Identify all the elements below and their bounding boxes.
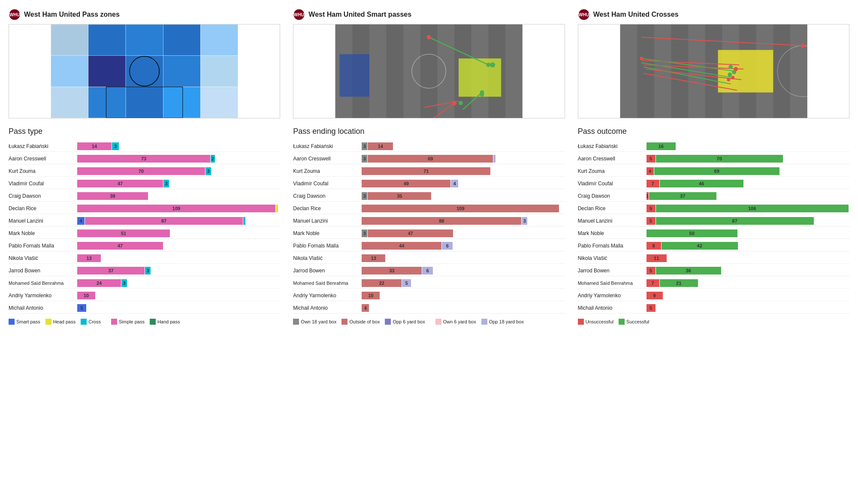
table-row: Mark Noble 50 (578, 228, 849, 239)
legend-item-outside: Outside of box (341, 319, 380, 325)
player-name: Jarrod Bowen (9, 268, 77, 274)
legend-item-own18: Own 18 yard box (293, 319, 336, 325)
table-row: Andriy Yarmolenko 10 (293, 290, 565, 301)
table-row: Łukasz Fabiański 14 3 (9, 141, 280, 152)
svg-point-68 (727, 78, 730, 81)
opp6-legend-label: Opp 6 yard box (393, 319, 425, 324)
table-row: Declan Rice 5 106 (578, 203, 849, 214)
table-row: Manuel Lanzini 4 87 (9, 216, 280, 226)
hand-pass-legend-label: Hand pass (157, 319, 180, 324)
bar-container: 5 (77, 304, 280, 312)
opp18-bar: 4 (451, 180, 458, 187)
player-name: Aaron Cresswell (293, 156, 362, 162)
cross-bar (243, 217, 245, 225)
own18-bar: 3 (362, 155, 367, 163)
svg-rect-5 (126, 24, 163, 55)
unsuccessful-bar: 5 (647, 155, 656, 163)
bar-container: 49 4 (362, 180, 565, 187)
svg-rect-13 (51, 87, 88, 118)
svg-text:WHU: WHU (579, 12, 589, 17)
own18-bar: 3 (362, 142, 367, 150)
svg-rect-24 (369, 24, 387, 118)
svg-rect-48 (688, 24, 705, 118)
cross-bar: 2 (211, 155, 215, 163)
svg-rect-9 (88, 55, 126, 87)
simple-pass-bar: 109 (77, 205, 275, 212)
cross-bar: 3 (205, 167, 211, 175)
legend-item-opp18: Opp 18 yard box (481, 319, 524, 325)
outside-bar: 4 (362, 304, 369, 312)
table-row: Łukasz Fabiański 3 14 (293, 141, 565, 152)
successful-bar: 21 (660, 279, 698, 287)
simple-pass-bar: 73 (77, 155, 210, 163)
bar-container: 5 87 (647, 217, 849, 225)
bar-container: 47 (77, 242, 280, 250)
crosses-header: WHU West Ham United Crosses (578, 9, 849, 21)
successful-legend-box (619, 319, 625, 325)
table-row: Andriy Yarmolenko 9 (578, 290, 849, 301)
own18-legend-box (293, 319, 299, 325)
svg-rect-46 (620, 24, 637, 118)
svg-point-65 (728, 72, 732, 77)
simple-pass-bar: 10 (77, 292, 95, 299)
unsuccessful-bar: 1 (647, 192, 649, 200)
svg-point-42 (452, 101, 456, 105)
bar-container: 4 69 (647, 167, 849, 175)
opp18-legend-label: Opp 18 yard box (489, 319, 524, 324)
legend-item-head: Head pass (45, 319, 76, 325)
table-row: Kurt Zouma 4 69 (578, 166, 849, 177)
unsuccessful-bar: 5 (647, 304, 656, 312)
successful-legend-label: Successful (626, 319, 649, 324)
svg-point-34 (486, 63, 491, 67)
svg-rect-6 (163, 24, 200, 55)
svg-point-40 (459, 101, 463, 105)
smart-passes-pitch (293, 24, 565, 118)
pass-zones-svg (9, 24, 280, 118)
successful-bar: 46 (660, 180, 743, 187)
table-row: Manuel Lanzini 5 87 (578, 216, 849, 226)
player-name: Craig Dawson (293, 193, 362, 199)
table-row: Pablo Fornals Malla 8 42 (578, 241, 849, 251)
successful-bar: 42 (662, 242, 738, 250)
bar-container: 44 6 (362, 242, 565, 250)
player-name: Jarrod Bowen (578, 268, 647, 274)
simple-pass-bar: 70 (77, 167, 205, 175)
opp6-legend-box (385, 319, 391, 325)
player-name: Vladimír Coufal (578, 181, 647, 187)
pass-zones-pitch (9, 24, 280, 118)
successful-bar: 106 (656, 205, 849, 212)
crosses-svg (578, 24, 849, 118)
player-name: Aaron Cresswell (9, 156, 77, 162)
player-name: Manuel Lanzini (578, 218, 647, 224)
smart-passes-section: WHU West Ham United Smart passes (293, 9, 565, 118)
bar-container: 9 (647, 292, 849, 299)
table-row: Łukasz Fabiański 16 (578, 141, 849, 152)
head-pass-legend-box (45, 319, 51, 325)
table-row: Mark Noble 51 (9, 228, 280, 239)
unsuccessful-bar: 7 (647, 180, 659, 187)
bar-container: 5 (647, 304, 849, 312)
svg-point-39 (480, 93, 484, 97)
svg-rect-12 (200, 55, 238, 87)
bar-container: 50 (647, 229, 849, 237)
player-name: Łukasz Fabiański (293, 143, 362, 149)
bar-container: 109 (77, 205, 280, 212)
outside-bar: 44 (362, 242, 441, 250)
player-name: Mark Noble (578, 230, 647, 236)
outside-bar: 33 (362, 267, 422, 275)
simple-pass-bar: 37 (77, 267, 145, 275)
bar-container: 24 3 (77, 279, 280, 287)
simple-pass-bar: 47 (77, 180, 163, 187)
unsuccessful-legend-label: Unsuccessful (586, 319, 613, 324)
smart-passes-header: WHU West Ham United Smart passes (293, 9, 565, 21)
player-name: Kurt Zouma (578, 168, 647, 174)
svg-point-62 (801, 44, 805, 48)
outside-bar: 69 (368, 155, 493, 163)
legend-item-own6: Own 6 yard box (435, 319, 476, 325)
legend-item-hand: Hand pass (150, 319, 180, 325)
pass-zones-section: WHU West Ham United Pass zones (9, 9, 280, 118)
unsuccessful-bar: 7 (647, 279, 659, 287)
svg-rect-4 (88, 24, 126, 55)
simple-pass-bar: 24 (77, 279, 121, 287)
legend-item-cross: Cross (81, 319, 101, 325)
